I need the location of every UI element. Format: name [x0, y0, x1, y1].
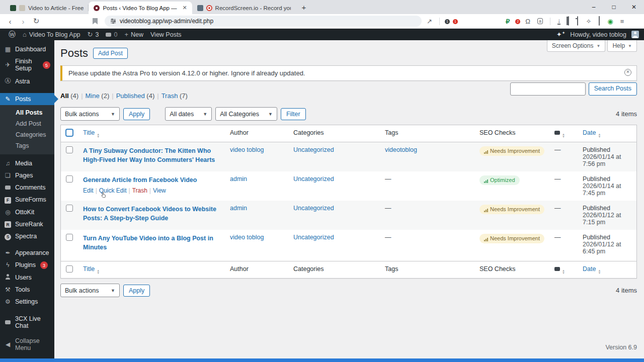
vpn-extension-icon[interactable]: ◉: [607, 18, 613, 25]
row-checkbox[interactable]: [66, 234, 73, 241]
category-link[interactable]: Uncategorized: [293, 205, 334, 212]
submenu-categories[interactable]: Categories: [0, 129, 54, 140]
dismiss-notice-icon[interactable]: ✕: [624, 69, 631, 76]
sidebar-item-posts[interactable]: ✎ Posts: [0, 93, 54, 105]
bookmark-icon[interactable]: [93, 18, 98, 25]
sort-by-date[interactable]: Date: [583, 265, 596, 273]
new-content-menu[interactable]: + New: [121, 29, 147, 40]
row-checkbox[interactable]: [66, 205, 73, 212]
bulk-actions-select-bottom[interactable]: Bulk actions▼: [60, 284, 120, 297]
select-all-checkbox-bottom[interactable]: [66, 265, 73, 273]
filter-button[interactable]: Filter: [281, 108, 306, 120]
new-tab-button[interactable]: +: [296, 3, 312, 12]
view-mine-link[interactable]: Mine (2): [86, 92, 110, 100]
sidebar-item-media[interactable]: ♫ Media: [0, 157, 54, 169]
search-posts-button[interactable]: Search Posts: [589, 82, 637, 96]
wallet-icon[interactable]: [577, 17, 578, 26]
extensions-icon[interactable]: ✧: [586, 18, 591, 25]
sidebar-item-tools[interactable]: ⚒ Tools: [0, 284, 54, 296]
tab-close-icon[interactable]: ✕: [182, 5, 187, 11]
post-title-link[interactable]: Generate Article from Facebook Video: [83, 175, 197, 185]
view-posts-menu[interactable]: View Posts: [147, 29, 185, 40]
search-posts-input[interactable]: [510, 82, 586, 96]
site-settings-icon[interactable]: [111, 19, 116, 24]
apply-button-bottom[interactable]: Apply: [123, 285, 150, 297]
sidebar-item-users[interactable]: Users: [0, 272, 54, 284]
browser-menu-icon[interactable]: ≡: [620, 18, 624, 25]
ghost-extension-icon[interactable]: Ω: [525, 18, 530, 25]
tab-posts-active[interactable]: Posts ‹ Video To Blog App — W ✕: [89, 2, 192, 14]
all-categories-select[interactable]: All Categories▼: [215, 107, 277, 121]
view-all-link[interactable]: All (4): [60, 92, 78, 100]
window-close-button[interactable]: ✕: [624, 0, 644, 14]
select-all-checkbox[interactable]: [66, 129, 73, 136]
address-bar[interactable]: videotoblog.app/wp-admin/edit.php: [105, 16, 422, 27]
wp-logo-icon[interactable]: Ⓦ: [5, 29, 19, 40]
view-link[interactable]: View: [153, 187, 166, 194]
sidebar-item-ottokit[interactable]: ◎ OttoKit: [0, 206, 54, 218]
all-dates-select[interactable]: All dates▼: [165, 107, 212, 121]
lens-extension-icon[interactable]: a: [537, 18, 543, 24]
sidebar-item-surerank[interactable]: R SureRank: [0, 218, 54, 231]
apply-button[interactable]: Apply: [123, 108, 150, 120]
author-link[interactable]: video toblog: [230, 146, 264, 153]
privacy-shield-icon[interactable]: [599, 17, 600, 26]
view-published-link[interactable]: Published (4): [116, 92, 155, 100]
sidebar-item-astra[interactable]: Ⓐ Astra: [0, 74, 54, 88]
post-title-link[interactable]: A Tiny Subway Conductor: The Kitten Who …: [83, 146, 220, 164]
submenu-all-posts[interactable]: All Posts: [0, 107, 54, 118]
howdy-account-menu[interactable]: Howdy, video toblog: [570, 31, 626, 38]
screen-options-button[interactable]: Screen Options ▼: [547, 40, 606, 52]
category-link[interactable]: Uncategorized: [293, 146, 334, 153]
sidebar-item-sureforms[interactable]: F SureForms: [0, 194, 54, 206]
site-name-menu[interactable]: ⌂ Video To Blog App: [19, 29, 84, 40]
window-minimize-button[interactable]: –: [584, 0, 604, 14]
sidebar-item-comments[interactable]: Comments: [0, 182, 54, 194]
submenu-add-post[interactable]: Add Post: [0, 118, 54, 129]
sidebar-item-settings[interactable]: ⚙ Settings: [0, 296, 54, 308]
window-maximize-button[interactable]: □: [604, 0, 624, 14]
updates-menu[interactable]: ↻ 3: [84, 29, 103, 40]
author-link[interactable]: video toblog: [230, 234, 264, 241]
sidebar-item-plugins[interactable]: ϟ Plugins 3: [0, 259, 54, 272]
row-checkbox[interactable]: [66, 146, 73, 153]
sidebar-item-spectra[interactable]: S Spectra: [0, 230, 54, 243]
downloads-icon[interactable]: ↓: [557, 18, 561, 25]
author-link[interactable]: admin: [230, 205, 247, 212]
tab-video-to-article[interactable]: Video to Article - Free: [5, 2, 89, 14]
post-title-link[interactable]: Turn Any YouTube Video into a Blog Post …: [83, 234, 220, 252]
ruble-extension-icon[interactable]: ₽: [506, 18, 510, 25]
user-avatar[interactable]: [631, 31, 639, 38]
sidebar-item-3cx-live-chat[interactable]: 3CX Live Chat: [0, 313, 54, 332]
author-link[interactable]: admin: [230, 175, 247, 183]
comments-column-icon[interactable]: [554, 131, 560, 135]
row-checkbox[interactable]: [66, 175, 73, 183]
edit-link[interactable]: Edit: [83, 187, 94, 194]
ai-sparkle-icon[interactable]: ✦✦: [556, 31, 566, 38]
sort-by-date[interactable]: Date: [583, 129, 596, 136]
collapse-menu-button[interactable]: ◀ Collapse Menu: [0, 335, 54, 354]
back-button[interactable]: ‹: [5, 17, 15, 26]
forward-button[interactable]: ›: [18, 17, 28, 26]
tag-link[interactable]: videotoblog: [385, 146, 417, 153]
sidebar-item-pages[interactable]: ❏ Pages: [0, 169, 54, 182]
sort-by-title[interactable]: Title: [83, 129, 95, 136]
submenu-tags[interactable]: Tags: [0, 140, 54, 151]
category-link[interactable]: Uncategorized: [293, 175, 334, 183]
side-panel-icon[interactable]: [568, 17, 569, 26]
sidebar-item-dashboard[interactable]: ▦ Dashboard: [0, 43, 54, 55]
sort-by-title[interactable]: Title: [83, 265, 95, 273]
comments-menu[interactable]: 0: [102, 29, 121, 40]
sidebar-item-appearance[interactable]: ✒ Appearance: [0, 247, 54, 259]
sidebar-item-finish-setup[interactable]: ✈ Finish Setup 5: [0, 55, 54, 74]
bulk-actions-select[interactable]: Bulk actions▼: [60, 107, 120, 121]
comments-column-icon[interactable]: [554, 267, 560, 271]
reload-button[interactable]: ↻: [31, 17, 41, 26]
view-trash-link[interactable]: Trash (7): [162, 92, 188, 100]
trash-link[interactable]: Trash: [132, 187, 147, 194]
share-icon[interactable]: ↗: [427, 18, 432, 25]
post-title-link[interactable]: How to Convert Facebook Videos to Websit…: [83, 205, 220, 223]
category-link[interactable]: Uncategorized: [293, 234, 334, 241]
add-post-button[interactable]: Add Post: [93, 48, 128, 59]
help-button[interactable]: Help ▼: [607, 40, 637, 52]
